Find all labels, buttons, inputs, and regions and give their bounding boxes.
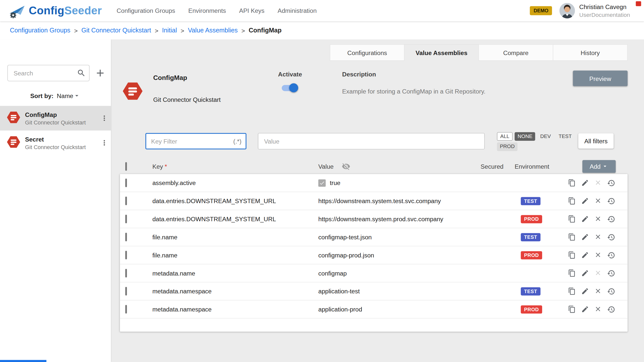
nav-item[interactable]: Administration [271,0,323,21]
all-filters-button[interactable]: All filters [578,133,614,149]
edit-icon[interactable] [578,233,591,241]
plus-icon [95,67,106,79]
edit-icon[interactable] [578,251,591,259]
search-input[interactable] [13,69,77,77]
edit-icon[interactable] [578,179,591,187]
history-icon[interactable] [605,215,618,223]
tab[interactable]: History [553,44,628,61]
copy-icon[interactable] [565,269,578,277]
copy-icon[interactable] [565,287,578,295]
user-menu[interactable]: Christian Cavegn UserDocumentation [579,3,630,19]
more-options-icon[interactable] [100,114,108,122]
brand-logo[interactable]: ConfigSeeder [8,3,102,19]
edit-icon[interactable] [578,287,591,295]
row-checkbox[interactable] [125,197,127,205]
env-badge: TEST [521,287,540,295]
eye-off-icon[interactable] [342,162,350,170]
breadcrumb-link[interactable]: Configuration Groups [10,27,70,34]
sidebar-item[interactable]: ConfigMap Git Connector Quickstart [0,106,111,130]
edit-icon[interactable] [578,269,591,277]
more-options-icon[interactable] [100,139,108,147]
row-value-cell: configmap [318,270,521,277]
value-filter-input[interactable] [263,137,484,145]
delete-icon[interactable] [591,269,605,277]
sort-dropdown[interactable]: Name [57,92,81,99]
delete-icon[interactable] [591,197,605,205]
column-value: Value [318,163,334,170]
env-chip[interactable]: DEV [537,132,554,141]
history-icon[interactable] [605,251,618,259]
delete-icon[interactable] [591,287,605,295]
row-checkbox[interactable] [125,305,127,313]
edit-icon[interactable] [578,215,591,223]
select-all-checkbox[interactable] [125,162,127,170]
breadcrumb-link[interactable]: Value Assemblies [188,27,238,34]
value-filter-box [258,133,485,149]
edit-icon[interactable] [578,305,591,313]
history-icon[interactable] [605,305,618,313]
activate-toggle[interactable] [282,85,297,91]
row-checkbox[interactable] [125,215,127,223]
tab[interactable]: Configurations [330,44,405,61]
nav-item[interactable]: Environments [182,0,232,21]
row-key: metadata.namespace [152,288,318,295]
history-icon[interactable] [605,179,618,187]
row-checkbox[interactable] [125,251,127,259]
copy-icon[interactable] [565,215,578,223]
nav-item[interactable]: API Keys [232,0,271,21]
row-checkbox[interactable] [125,233,127,241]
tab[interactable]: Value Assemblies [404,44,479,61]
sidebar-item[interactable]: Secret Git Connector Quickstart [0,130,111,155]
history-icon[interactable] [605,233,618,241]
column-key: Key [152,163,163,170]
row-checkbox[interactable] [125,178,127,187]
history-icon[interactable] [605,269,618,277]
history-icon[interactable] [605,287,618,295]
row-actions [565,233,618,241]
avatar[interactable] [559,3,575,18]
value-checkbox[interactable] [318,179,326,187]
search-box [7,65,90,81]
delete-icon[interactable] [591,305,605,313]
row-value: configmap-prod.json [318,252,374,259]
delete-icon[interactable] [591,215,605,223]
sort-label: Sort by: [30,92,54,99]
row-value: configmap [318,270,347,277]
notification-dot [636,1,641,6]
configmap-icon [6,135,21,151]
breadcrumb-separator: > [181,27,184,34]
content-area: Configurations Value Assemblies Compare … [111,39,644,362]
tab[interactable]: Compare [478,44,553,61]
env-chip[interactable]: PROD [497,143,518,151]
add-button[interactable]: Add [582,160,616,173]
env-chip[interactable]: NONE [515,132,535,141]
key-filter-input[interactable] [150,137,233,145]
table-row: metadata.namespace application-test TEST [120,282,628,300]
delete-icon[interactable] [591,233,605,241]
breadcrumb-link[interactable]: Git Connector Quickstart [81,27,151,34]
page-loading-bar [0,360,46,362]
edit-icon[interactable] [578,197,591,205]
breadcrumb-link[interactable]: Initial [162,27,177,34]
add-config-button[interactable] [95,67,106,79]
env-chip[interactable]: ALL [497,132,513,141]
row-key: file.name [152,252,318,259]
copy-icon[interactable] [565,305,578,313]
sidebar: Sort by: Name [0,39,111,362]
page-title: ConfigMap [153,74,187,82]
copy-icon[interactable] [565,251,578,259]
row-value-cell: https://downstream.system.test.svc.compa… [318,197,521,204]
search-icon[interactable] [77,69,86,78]
nav-item[interactable]: Configuration Groups [110,0,182,21]
row-checkbox[interactable] [125,287,127,295]
activate-label: Activate [278,71,302,78]
delete-icon[interactable] [591,179,605,187]
delete-icon[interactable] [591,251,605,259]
preview-button[interactable]: Preview [573,71,628,86]
copy-icon[interactable] [565,179,578,187]
copy-icon[interactable] [565,197,578,205]
copy-icon[interactable] [565,233,578,241]
row-checkbox[interactable] [125,269,127,277]
env-chip[interactable]: TEST [556,132,575,141]
history-icon[interactable] [605,197,618,205]
